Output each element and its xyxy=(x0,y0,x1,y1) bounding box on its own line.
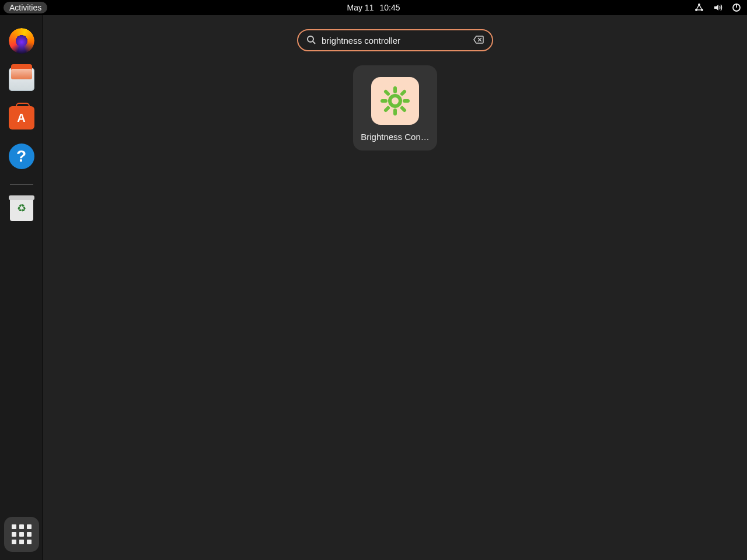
clock-time: 10:45 xyxy=(379,3,400,12)
files-icon xyxy=(9,68,34,91)
clock-date: May 11 xyxy=(347,3,374,12)
svg-line-17 xyxy=(386,108,388,110)
dock-item-software[interactable]: A xyxy=(9,105,34,131)
dock-item-help[interactable]: ? xyxy=(9,144,34,169)
system-tray[interactable] xyxy=(694,3,741,12)
svg-line-14 xyxy=(386,92,388,94)
svg-point-9 xyxy=(390,96,400,106)
network-icon[interactable] xyxy=(694,3,704,12)
firefox-icon xyxy=(9,28,34,54)
result-brightness-controller[interactable]: Brightness Con… xyxy=(353,65,437,150)
dock-item-firefox[interactable] xyxy=(9,28,34,54)
activities-overview: Brightness Con… xyxy=(43,15,747,560)
trash-icon: ♻ xyxy=(10,195,33,221)
top-bar: Activities May 11 10:45 xyxy=(0,0,747,15)
svg-line-16 xyxy=(402,92,404,94)
search-bar[interactable] xyxy=(297,29,493,51)
search-icon xyxy=(306,35,316,46)
svg-line-15 xyxy=(402,108,404,110)
power-icon[interactable] xyxy=(732,3,741,12)
show-applications-button[interactable] xyxy=(4,517,39,552)
search-input[interactable] xyxy=(322,36,467,46)
activities-button[interactable]: Activities xyxy=(4,2,47,13)
search-results: Brightness Con… xyxy=(353,65,437,150)
volume-icon[interactable] xyxy=(713,3,722,12)
software-icon: A xyxy=(9,106,34,130)
result-label: Brightness Con… xyxy=(361,132,430,142)
brightness-icon xyxy=(371,77,419,125)
svg-point-5 xyxy=(308,36,313,42)
svg-line-6 xyxy=(313,41,315,44)
clear-search-icon[interactable] xyxy=(473,36,484,46)
grid-icon xyxy=(12,524,32,544)
dock-separator xyxy=(10,184,33,185)
dock-item-files[interactable] xyxy=(9,66,34,92)
help-icon: ? xyxy=(9,144,34,169)
dock-item-trash[interactable]: ♻ xyxy=(9,195,34,221)
dock: A ? ♻ xyxy=(0,15,43,560)
clock[interactable]: May 11 10:45 xyxy=(347,3,400,12)
